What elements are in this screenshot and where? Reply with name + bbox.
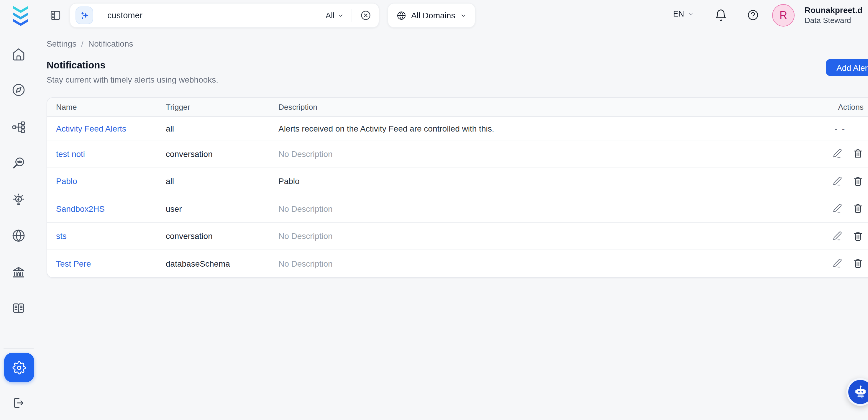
user-avatar[interactable]: R xyxy=(772,4,795,27)
alert-trigger: all xyxy=(166,124,278,133)
sidebar-item-home[interactable] xyxy=(11,47,26,62)
notifications-table: Name Trigger Description Actions Activit… xyxy=(46,97,868,277)
clear-search-icon[interactable] xyxy=(360,9,372,21)
web-icon xyxy=(11,228,26,243)
alert-description: Pablo xyxy=(278,177,793,186)
column-header-actions: Actions xyxy=(793,102,868,112)
all-domains-label: All Domains xyxy=(411,11,455,20)
alert-actions xyxy=(793,231,868,242)
edit-icon[interactable] xyxy=(832,148,843,159)
alert-description: Alerts received on the Activity Feed are… xyxy=(278,124,793,133)
breadcrumb-settings[interactable]: Settings xyxy=(46,39,76,49)
alert-name-link[interactable]: test noti xyxy=(56,149,166,159)
add-alert-button[interactable]: Add Alert xyxy=(826,59,868,76)
alert-description: No Description xyxy=(278,259,793,268)
workflow-icon xyxy=(11,120,26,134)
logout-icon[interactable] xyxy=(11,396,25,410)
divider xyxy=(100,9,100,22)
robot-icon xyxy=(852,384,868,400)
breadcrumb-notifications[interactable]: Notifications xyxy=(88,39,133,49)
observability-icon xyxy=(11,156,26,171)
glossary-icon xyxy=(11,301,26,316)
page-subtitle: Stay current with timely alerts using we… xyxy=(46,75,218,84)
alert-trigger: user xyxy=(166,204,278,214)
chevron-down-icon xyxy=(688,11,694,17)
search-scope-dropdown[interactable]: All xyxy=(326,11,344,20)
search-input[interactable]: customer xyxy=(107,11,326,20)
table-row: Pablo all Pablo xyxy=(47,167,868,195)
sidebar-item-web[interactable] xyxy=(11,228,26,243)
alert-name-link[interactable]: Pablo xyxy=(56,177,166,186)
no-actions-placeholder: - - xyxy=(835,124,846,133)
alert-name-link[interactable]: Sandbox2HS xyxy=(56,204,166,214)
all-domains-dropdown[interactable]: All Domains xyxy=(388,3,475,28)
avatar-initial: R xyxy=(779,9,787,22)
alert-description: No Description xyxy=(278,149,793,159)
edit-icon[interactable] xyxy=(832,176,843,187)
gear-icon xyxy=(12,361,26,374)
sidebar-item-discover[interactable] xyxy=(11,83,26,97)
alert-name-link[interactable]: sts xyxy=(56,232,166,241)
chevron-down-icon xyxy=(337,12,344,19)
sidebar-item-settings[interactable] xyxy=(4,353,34,382)
sidebar-item-governance[interactable] xyxy=(11,265,26,280)
user-role: Data Steward xyxy=(805,16,862,26)
alert-trigger: conversation xyxy=(166,232,278,241)
ai-sparkles-icon[interactable] xyxy=(75,6,93,24)
atlan-logo[interactable] xyxy=(12,5,30,26)
table-header-row: Name Trigger Description Actions xyxy=(47,98,868,117)
sidebar-divider xyxy=(4,348,34,349)
alert-description: No Description xyxy=(278,204,793,214)
delete-icon[interactable] xyxy=(852,176,864,187)
alert-actions xyxy=(793,258,868,269)
table-row: test noti conversation No Description xyxy=(47,140,868,167)
column-header-description: Description xyxy=(278,102,793,112)
breadcrumb-separator: / xyxy=(81,39,84,49)
sidebar-item-observability[interactable] xyxy=(11,156,26,171)
alert-actions: - - xyxy=(793,124,868,133)
table-row: Test Pere databaseSchema No Description xyxy=(47,249,868,277)
user-name: Rounakpreet.d xyxy=(805,5,862,16)
chatbot-button[interactable] xyxy=(846,378,868,406)
sidebar-item-workflows[interactable] xyxy=(11,120,26,134)
delete-icon[interactable] xyxy=(852,231,864,242)
chevron-down-icon xyxy=(460,12,466,19)
edit-icon[interactable] xyxy=(832,203,843,214)
delete-icon[interactable] xyxy=(852,258,864,269)
alert-trigger: conversation xyxy=(166,149,278,159)
alert-trigger: databaseSchema xyxy=(166,259,278,268)
app-window: customer All All Domains xyxy=(0,0,868,420)
compass-icon xyxy=(11,83,26,97)
table-row: Activity Feed Alerts all Alerts received… xyxy=(47,117,868,140)
governance-icon xyxy=(11,265,26,280)
delete-icon[interactable] xyxy=(852,203,864,214)
alert-actions xyxy=(793,176,868,187)
sidebar-toggle-icon[interactable] xyxy=(49,9,62,22)
alert-actions xyxy=(793,148,868,159)
alert-name-link[interactable]: Test Pere xyxy=(56,259,166,268)
help-icon[interactable] xyxy=(747,9,759,21)
table-row: sts conversation No Description xyxy=(47,222,868,249)
alert-trigger: all xyxy=(166,177,278,186)
bell-icon[interactable] xyxy=(714,9,727,22)
global-search-bar[interactable]: customer All xyxy=(70,3,379,28)
column-header-name: Name xyxy=(56,102,166,112)
language-dropdown[interactable]: EN xyxy=(673,9,694,18)
alert-name-link[interactable]: Activity Feed Alerts xyxy=(56,124,166,133)
alert-description: No Description xyxy=(278,232,793,241)
breadcrumb: Settings / Notifications xyxy=(46,39,133,49)
divider xyxy=(351,9,352,22)
table-row: Sandbox2HS user No Description xyxy=(47,195,868,222)
page-title: Notifications xyxy=(46,60,105,71)
edit-icon[interactable] xyxy=(832,231,843,242)
sidebar-item-insights[interactable] xyxy=(11,193,26,208)
edit-icon[interactable] xyxy=(832,258,843,269)
language-label: EN xyxy=(673,9,684,18)
delete-icon[interactable] xyxy=(852,148,864,159)
sidebar-item-glossary[interactable] xyxy=(11,301,26,316)
home-icon xyxy=(11,47,26,62)
search-scope-label: All xyxy=(326,11,335,20)
column-header-trigger: Trigger xyxy=(166,102,278,112)
topbar: customer All All Domains xyxy=(0,0,868,31)
user-menu[interactable]: Rounakpreet.d Data Steward xyxy=(805,5,862,26)
